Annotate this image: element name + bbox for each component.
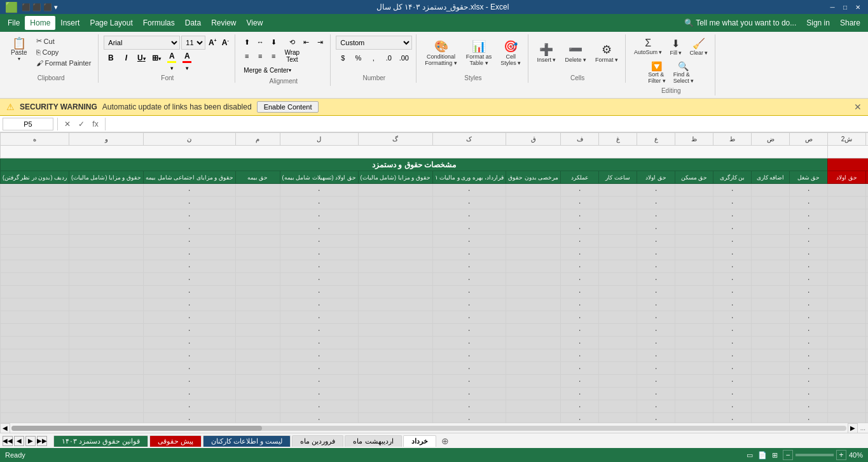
cell-5-14[interactable]: ۰ [790,197,828,209]
cell-6-14[interactable]: ۰ [790,209,828,222]
cell-6-20[interactable]: ۰ [561,209,599,222]
autosum-button[interactable]: Σ AutoSum ▾ [631,36,666,58]
cell-9-19[interactable] [599,248,637,260]
indent-decrease-button[interactable]: ⇤ [300,36,312,48]
cell-11-25[interactable] [235,273,280,286]
view-normal-button[interactable]: ▭ [747,451,753,459]
cell-4-14[interactable]: ۰ [790,184,828,197]
cell-8-26[interactable]: ۰ [144,235,236,248]
cell-10-16[interactable]: ۰ [713,260,752,273]
cell-17-19[interactable] [599,349,637,362]
cell-14-13[interactable] [828,311,866,324]
cell-12-24[interactable]: ۰ [280,286,358,298]
menu-file[interactable]: File [3,16,25,30]
cell-21-15[interactable] [752,400,790,413]
cell-14-17[interactable] [675,311,713,324]
cell-21-18[interactable]: ۰ [637,400,675,413]
format-as-table-button[interactable]: 📊 Format asTable ▾ [463,36,495,70]
align-bottom-button[interactable]: ⬇ [267,36,280,48]
cell-18-22[interactable]: ۰ [432,362,506,375]
cell-12-18[interactable]: ۰ [637,286,675,298]
cell-16-21[interactable] [506,337,561,349]
col-header-ab[interactable]: و [69,133,144,146]
cell-22-17[interactable] [675,413,713,423]
cell-13-16[interactable]: ۰ [713,298,752,311]
col-header-m[interactable]: س [866,133,868,146]
cell-20-21[interactable] [506,388,561,400]
cell-1-left[interactable] [1,146,828,158]
col-header-z[interactable]: م [235,133,280,146]
cell-16-13[interactable] [828,337,866,349]
cell-6-26[interactable]: ۰ [144,209,236,222]
cell-15-12[interactable] [866,324,868,337]
cell-20-15[interactable] [752,388,790,400]
cell-22-27[interactable] [69,413,144,423]
cell-13-19[interactable] [599,298,637,311]
minimize-button[interactable]: ─ [827,2,837,12]
cell-9-18[interactable]: ۰ [637,248,675,260]
col-header-u[interactable]: ف [561,133,599,146]
cell-10-12[interactable] [866,260,868,273]
cell-20-27[interactable] [69,388,144,400]
cell-13-28[interactable] [1,298,69,311]
cell-10-15[interactable] [752,260,790,273]
cell-14-12[interactable] [866,311,868,324]
cell-5-23[interactable] [358,197,432,209]
col-header-w[interactable]: ک [432,133,506,146]
cell-4-20[interactable]: ۰ [561,184,599,197]
cell-14-24[interactable]: ۰ [280,311,358,324]
cell-21-27[interactable] [69,400,144,413]
cell-7-24[interactable]: ۰ [280,222,358,235]
security-close-button[interactable]: ✕ [854,102,862,112]
cell-15-21[interactable] [506,324,561,337]
cell-19-13[interactable] [828,375,866,388]
cell-6-19[interactable] [599,209,637,222]
indent-increase-button[interactable]: ⇥ [313,36,326,48]
cell-5-21[interactable] [506,197,561,209]
wrap-text-button[interactable]: Wrap Text [286,50,298,62]
cell-6-17[interactable] [675,209,713,222]
cell-17-21[interactable] [506,349,561,362]
cell-14-22[interactable]: ۰ [432,311,506,324]
cell-17-13[interactable] [828,349,866,362]
cell-19-27[interactable] [69,375,144,388]
align-top-button[interactable]: ⬆ [240,36,253,48]
zoom-in-button[interactable]: + [836,450,846,460]
cell-17-25[interactable] [235,349,280,362]
conditional-formatting-button[interactable]: 🎨 ConditionalFormatting ▾ [422,36,460,70]
cell-21-22[interactable]: ۰ [432,400,506,413]
cell-5-27[interactable] [69,197,144,209]
cell-18-23[interactable] [358,362,432,375]
cell-19-18[interactable]: ۰ [637,375,675,388]
search-tell-me[interactable]: 🔍 Tell me what you want to do... [679,16,801,30]
cell-18-25[interactable] [235,362,280,375]
cell-21-25[interactable] [235,400,280,413]
cell-10-14[interactable]: ۰ [790,260,828,273]
cell-7-12[interactable] [866,222,868,235]
cell-11-26[interactable]: ۰ [144,273,236,286]
cell-12-27[interactable] [69,286,144,298]
cell-8-12[interactable] [866,235,868,248]
cell-19-23[interactable] [358,375,432,388]
cell-18-20[interactable]: ۰ [561,362,599,375]
cell-16-26[interactable]: ۰ [144,337,236,349]
menu-data[interactable]: Data [180,16,206,30]
cell-8-13[interactable] [828,235,866,248]
increase-font-button[interactable]: A+ [207,37,218,48]
cell-20-17[interactable] [675,388,713,400]
cell-15-20[interactable]: ۰ [561,324,599,337]
cell-9-26[interactable]: ۰ [144,248,236,260]
cell-12-15[interactable] [752,286,790,298]
underline-button[interactable]: U▾ [134,51,148,65]
cell-10-27[interactable] [69,260,144,273]
cell-7-25[interactable] [235,222,280,235]
font-name-select[interactable]: Arial [104,36,180,50]
cell-6-22[interactable]: ۰ [432,209,506,222]
cell-17-28[interactable] [1,349,69,362]
cell-14-28[interactable] [1,311,69,324]
cell-20-19[interactable] [599,388,637,400]
col-header-aa[interactable]: ن [144,133,236,146]
cell-7-15[interactable] [752,222,790,235]
cell-16-14[interactable]: ۰ [790,337,828,349]
cell-12-12[interactable] [866,286,868,298]
